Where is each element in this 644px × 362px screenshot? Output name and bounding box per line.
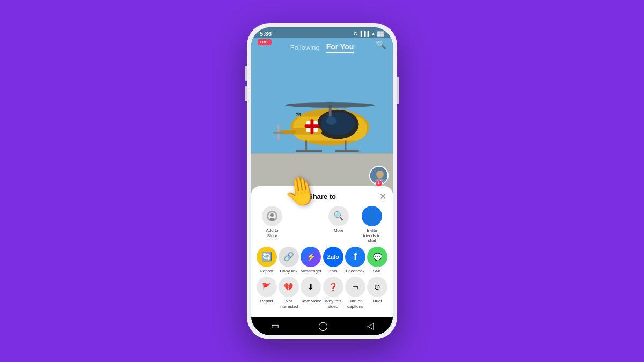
facebook-label: Facebook <box>346 269 364 274</box>
svg-rect-19 <box>305 124 319 128</box>
sms-icon: 💬 <box>367 247 387 267</box>
repost-icon: 🔄 <box>257 247 277 267</box>
share-item-story[interactable]: Add to Story <box>260 206 284 238</box>
svg-point-27 <box>270 213 274 217</box>
search-icon[interactable]: 🔍 <box>376 39 386 49</box>
share-item-duet[interactable]: ⊙ Duet <box>367 277 389 304</box>
home-indicator[interactable]: ◯ <box>318 321 328 331</box>
share-row-3: 🚩 Report 💔 Not interested ⬇ Save video <box>255 277 389 309</box>
live-badge: LIVE <box>258 39 272 45</box>
messenger-icon: ⚡ <box>301 247 321 267</box>
share-item-sms[interactable]: 💬 SMS <box>367 247 389 274</box>
copylink-icon: 🔗 <box>279 247 299 267</box>
svg-point-12 <box>285 102 374 108</box>
repost-label: Repost <box>260 269 273 274</box>
creator-avatar-container[interactable]: + <box>369 166 389 185</box>
top-navigation: LIVE Following For You 🔍 <box>251 27 393 57</box>
share-item-facebook[interactable]: f Facebook <box>344 247 366 274</box>
share-item-save-video[interactable]: ⬇ Save video <box>300 277 322 304</box>
svg-rect-10 <box>273 131 284 133</box>
why-video-icon: ❓ <box>323 277 343 297</box>
not-interested-label: Not interested <box>277 299 299 309</box>
svg-text:75: 75 <box>296 112 301 117</box>
why-video-label: Why this video <box>322 299 344 309</box>
share-item-copylink[interactable]: 🔗 Copy link <box>277 247 299 274</box>
share-item-messenger[interactable]: ⚡ Messenger <box>300 247 322 274</box>
svg-point-28 <box>269 218 275 221</box>
home-button[interactable]: ▭ <box>271 321 279 331</box>
story-label: Add to Story <box>260 228 284 238</box>
phone-frame: 75 5:36 G ▐▐▐ ▲ ▓▓ LIVE Following For Yo… <box>247 23 397 339</box>
following-tab[interactable]: Following <box>290 43 320 51</box>
captions-label: Turn on captions <box>344 299 366 309</box>
zalo-label: Zalo <box>329 269 338 274</box>
bottom-navigation: ▭ ◯ ◁ <box>251 317 393 335</box>
share-row-2: 🔄 Repost 🔗 Copy link ⚡ Messenger <box>255 247 389 274</box>
not-interested-icon: 💔 <box>279 277 299 297</box>
share-header: Share to ✕ <box>255 193 389 201</box>
svg-point-5 <box>321 112 355 135</box>
share-item-not-interested[interactable]: 💔 Not interested <box>277 277 299 309</box>
power-button <box>397 77 399 104</box>
invite-icon: 👤 <box>362 206 382 226</box>
copylink-label: Copy link <box>280 269 298 274</box>
share-row-1: Add to Story 🔍 More 👤 Invite friends t <box>255 206 389 243</box>
more-label: More <box>334 228 343 233</box>
report-icon: 🚩 <box>257 277 277 297</box>
facebook-icon: f <box>345 247 365 267</box>
share-item-captions[interactable]: ▭ Turn on captions <box>344 277 366 309</box>
share-item-invite[interactable]: 👤 Invite friends to chat <box>360 206 384 243</box>
share-item-why-video[interactable]: ❓ Why this video <box>322 277 344 309</box>
invite-label: Invite friends to chat <box>360 228 384 243</box>
story-icon <box>262 206 282 226</box>
share-item-zalo[interactable]: Zalo Zalo <box>322 247 344 274</box>
hand-cursor-indicator: 🤚 <box>281 172 321 210</box>
more-icon: 🔍 <box>328 206 349 226</box>
share-item-repost[interactable]: 🔄 Repost <box>255 247 277 274</box>
report-label: Report <box>260 299 273 304</box>
svg-point-6 <box>326 116 337 125</box>
close-button[interactable]: ✕ <box>379 191 386 202</box>
duet-icon: ⊙ <box>367 277 387 297</box>
phone-screen: 75 5:36 G ▐▐▐ ▲ ▓▓ LIVE Following For Yo… <box>251 27 393 335</box>
save-video-icon: ⬇ <box>301 277 321 297</box>
share-panel: Share to ✕ Add to Story <box>251 186 393 317</box>
for-you-tab[interactable]: For You <box>326 42 354 53</box>
svg-point-23 <box>376 171 384 178</box>
sms-label: SMS <box>373 269 382 274</box>
messenger-label: Messenger <box>301 269 322 274</box>
captions-icon: ▭ <box>345 277 365 297</box>
volume-down-button <box>245 86 247 101</box>
save-video-label: Save video <box>301 299 322 304</box>
zalo-icon: Zalo <box>323 247 343 267</box>
back-button[interactable]: ◁ <box>367 321 374 331</box>
duet-label: Duet <box>373 299 382 304</box>
share-item-more[interactable]: 🔍 More <box>327 206 350 233</box>
share-item-report[interactable]: 🚩 Report <box>255 277 277 304</box>
volume-up-button <box>245 66 247 81</box>
